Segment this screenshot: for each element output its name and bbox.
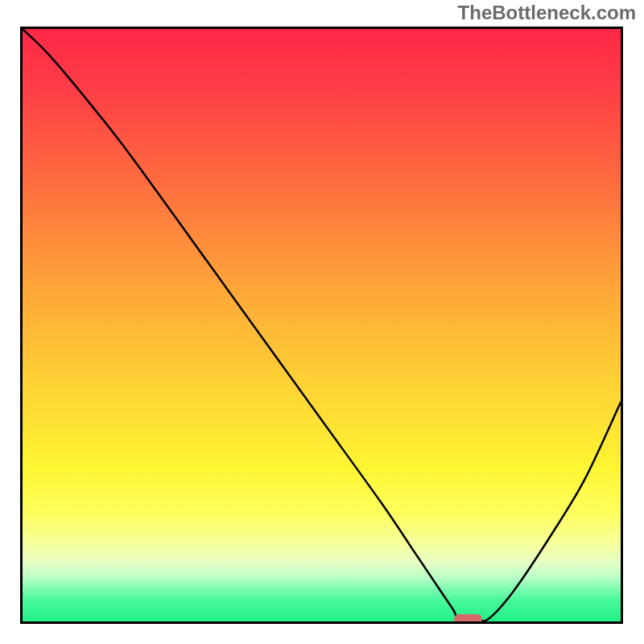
plot-area [20,27,623,624]
watermark-text: TheBottleneck.com [458,2,636,24]
bottleneck-curve [23,29,621,621]
chart-container: TheBottleneck.com [0,0,644,644]
curve-layer [23,29,621,621]
optimal-marker [454,614,482,624]
